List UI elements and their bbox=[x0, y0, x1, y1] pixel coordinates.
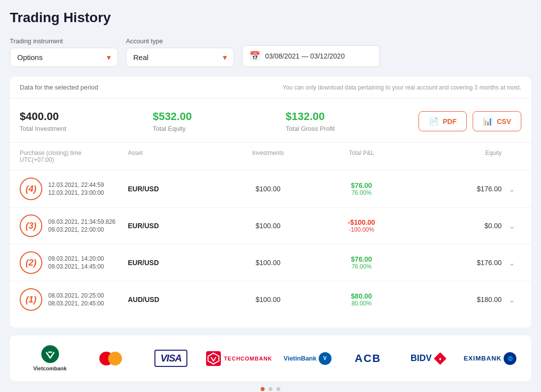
account-filter-group: Account type Real Demo ▼ bbox=[126, 37, 234, 67]
period-label: Data for the selected period bbox=[20, 84, 98, 91]
acb-label: ACB bbox=[355, 352, 381, 365]
time-open-1: 12.03.2021, 22:44:59 bbox=[48, 181, 104, 188]
trades-table: Purchase (closing) time UTC(+07:00) Asse… bbox=[10, 143, 531, 318]
table-row: (3) 09.03.2021, 21:34:59.826 09.03.2021,… bbox=[10, 208, 531, 244]
header-time: Purchase (closing) time UTC(+07:00) bbox=[20, 150, 128, 163]
pl-amount-3: $76.00 bbox=[351, 255, 372, 263]
total-gross-profit-item: $132.00 Total Gross Profit bbox=[286, 110, 419, 132]
results-section: Data for the selected period You can onl… bbox=[10, 77, 531, 328]
bidv-label: BIDV bbox=[411, 353, 432, 363]
vietcombank-icon bbox=[41, 345, 59, 363]
header-asset: Asset bbox=[128, 150, 221, 163]
calendar-icon: 📅 bbox=[249, 51, 260, 61]
info-bar: Data for the selected period You can onl… bbox=[10, 77, 531, 98]
pl-cell-1: $76.00 76.00% bbox=[315, 181, 408, 196]
total-gross-profit-amount: $132.00 bbox=[286, 110, 325, 123]
pl-amount-4: $80.00 bbox=[351, 292, 372, 300]
equity-2: $0.00 bbox=[408, 222, 502, 230]
visa-logo: VISA bbox=[146, 350, 196, 367]
vietinbank-label: VietinBank bbox=[284, 355, 317, 362]
table-row: (1) 08.03.2021, 20:25:00 08.03.2021, 20:… bbox=[10, 281, 531, 318]
pl-amount-1: $76.00 bbox=[351, 181, 372, 189]
time-cell-2: (3) 09.03.2021, 21:34:59.826 09.03.2021,… bbox=[20, 214, 128, 237]
download-buttons: 📄 PDF 📊 CSV bbox=[419, 111, 521, 131]
expand-row-3[interactable]: ⌄ bbox=[502, 258, 521, 268]
investment-4: $100.00 bbox=[221, 296, 315, 303]
instrument-filter-group: Trading instrument Options Binary Forex … bbox=[10, 37, 118, 67]
pl-percent-3: 76.00% bbox=[352, 263, 372, 270]
pagination-dots bbox=[10, 387, 531, 392]
footer-logos: Vietcombank VISA TECHCOMB bbox=[10, 335, 531, 381]
mastercard-logo bbox=[85, 352, 136, 365]
csv-label: CSV bbox=[497, 118, 511, 125]
csv-download-button[interactable]: 📊 CSV bbox=[473, 111, 521, 131]
main-container: Trading History Trading instrument Optio… bbox=[0, 0, 541, 392]
expand-row-2[interactable]: ⌄ bbox=[502, 221, 521, 231]
pdf-download-button[interactable]: 📄 PDF bbox=[419, 111, 467, 131]
investment-1: $100.00 bbox=[221, 185, 315, 193]
total-equity-item: $532.00 Total Equity bbox=[152, 110, 285, 132]
pl-cell-4: $80.00 80.00% bbox=[315, 292, 408, 307]
total-investment-amount: $400.00 bbox=[20, 110, 59, 123]
total-gross-profit-label: Total Gross Profit bbox=[286, 125, 335, 132]
techcombank-icon bbox=[206, 351, 221, 366]
vietcombank-logo: Vietcombank bbox=[25, 345, 75, 371]
visa-text: VISA bbox=[160, 353, 181, 363]
time-open-3: 09.03.2021, 14:20:00 bbox=[48, 255, 104, 262]
total-equity-amount: $532.00 bbox=[152, 110, 192, 123]
svg-point-0 bbox=[41, 345, 59, 363]
time-cell-3: (2) 09.03.2021, 14:20:00 09.03.2021, 14:… bbox=[20, 251, 128, 274]
asset-4: AUD/USD bbox=[128, 296, 221, 303]
account-select[interactable]: Real Demo bbox=[126, 48, 234, 67]
time-open-4: 08.03.2021, 20:25:00 bbox=[48, 292, 104, 299]
trade-badge-2: (2) bbox=[20, 251, 42, 274]
table-row: (2) 09.03.2021, 14:20:00 09.03.2021, 14:… bbox=[10, 244, 531, 281]
bidv-logo: BIDV ♦ bbox=[403, 352, 454, 365]
techcombank-logo: TECHCOMBANK bbox=[206, 351, 272, 366]
time-close-1: 12.03.2021, 23:00:00 bbox=[48, 189, 104, 196]
account-select-wrapper[interactable]: Real Demo ▼ bbox=[126, 48, 234, 67]
bidv-icon: ♦ bbox=[434, 352, 447, 365]
instrument-select[interactable]: Options Binary Forex bbox=[10, 48, 118, 67]
pdf-label: PDF bbox=[443, 118, 456, 125]
page-title: Trading History bbox=[10, 10, 531, 26]
time-close-2: 09.03.2021, 22:00:00 bbox=[48, 226, 116, 233]
expand-row-4[interactable]: ⌄ bbox=[502, 295, 521, 304]
instrument-select-wrapper[interactable]: Options Binary Forex ▼ bbox=[10, 48, 118, 67]
eximbank-icon: 🌐 bbox=[504, 352, 516, 365]
header-total-pl: Total P&L bbox=[315, 150, 408, 163]
investment-3: $100.00 bbox=[221, 259, 315, 267]
mastercard-orange-circle bbox=[108, 352, 122, 365]
pagination-dot-2[interactable] bbox=[269, 387, 272, 391]
svg-text:♦: ♦ bbox=[439, 356, 441, 362]
trade-badge-4: (4) bbox=[20, 178, 42, 200]
pl-percent-1: 76.00% bbox=[352, 189, 372, 196]
asset-2: EUR/USD bbox=[128, 222, 221, 230]
acb-logo: ACB bbox=[343, 352, 393, 365]
date-picker[interactable]: 📅 03/08/2021 — 03/12/2020 bbox=[242, 45, 380, 67]
vietinbank-icon: V bbox=[319, 352, 331, 365]
time-cell-1: (4) 12.03.2021, 22:44:59 12.03.2021, 23:… bbox=[20, 178, 128, 200]
techcombank-label: TECHCOMBANK bbox=[224, 356, 272, 362]
total-investment-label: Total Investment bbox=[20, 125, 66, 132]
filters-row: Trading instrument Options Binary Forex … bbox=[10, 37, 531, 67]
header-equity: Equity bbox=[408, 150, 502, 163]
pl-amount-2: -$100.00 bbox=[348, 218, 375, 226]
eximbank-logo: EXIMBANK 🌐 bbox=[464, 352, 516, 365]
pl-cell-3: $76.00 76.00% bbox=[315, 255, 408, 270]
info-note: You can only download data pertaining to… bbox=[283, 84, 521, 91]
instrument-label: Trading instrument bbox=[10, 37, 118, 45]
summary-card: $400.00 Total Investment $532.00 Total E… bbox=[10, 98, 531, 143]
table-row: (4) 12.03.2021, 22:44:59 12.03.2021, 23:… bbox=[10, 171, 531, 208]
asset-3: EUR/USD bbox=[128, 259, 221, 267]
total-equity-label: Total Equity bbox=[152, 125, 185, 132]
time-close-4: 08.03.2021, 20:45:00 bbox=[48, 300, 104, 307]
investment-2: $100.00 bbox=[221, 222, 315, 230]
pagination-dot-3[interactable] bbox=[276, 387, 280, 391]
pdf-icon: 📄 bbox=[429, 117, 439, 126]
expand-row-1[interactable]: ⌄ bbox=[502, 184, 521, 194]
trade-badge-3: (3) bbox=[20, 214, 42, 237]
date-range-text: 03/08/2021 — 03/12/2020 bbox=[265, 52, 345, 60]
pagination-dot-1[interactable] bbox=[261, 387, 265, 391]
pl-percent-2: -100.00% bbox=[349, 226, 374, 233]
